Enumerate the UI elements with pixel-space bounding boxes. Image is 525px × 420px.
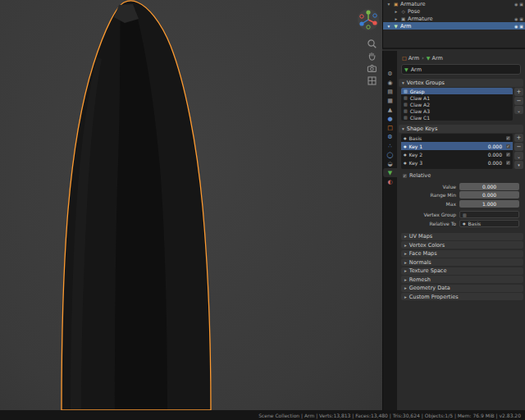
outliner-label: Arm (400, 23, 411, 30)
group-icon: ▥ (404, 102, 408, 107)
shapekey-icon: ● (404, 144, 407, 148)
vertex-group-name: Claw A3 (410, 108, 430, 114)
relative-toggle-row: Relative (403, 172, 525, 179)
tab-world[interactable]: ● (383, 114, 397, 123)
panel-label: Geometry Data (409, 285, 450, 291)
selected-mesh-object[interactable] (0, 0, 382, 410)
shapekey-icon: ● (404, 161, 407, 165)
remove-vertex-group-button[interactable] (514, 97, 523, 105)
tab-object-data[interactable]: ▼ (383, 168, 397, 177)
outliner-label: Armature (400, 1, 426, 7)
outliner-row-armature-data[interactable]: ▸ ▣ Armature ◉▣ (383, 15, 525, 22)
particles-icon: ∴ (388, 143, 391, 149)
panel-uv-maps[interactable]: UV Maps (401, 233, 523, 240)
zoom-icon[interactable] (367, 39, 377, 49)
shape-key-row[interactable]: ● Key 2 0.000 (401, 150, 513, 158)
vertex-group-row[interactable]: ▥ Grasp (401, 88, 513, 94)
shape-keys-header[interactable]: Shape Keys (399, 125, 523, 133)
perspective-toggle-icon[interactable] (367, 75, 377, 86)
armature-data-icon: ▣ (400, 16, 406, 21)
vertex-group-row[interactable]: ▥ Claw A2 (401, 101, 513, 107)
camera-view-icon[interactable] (367, 63, 377, 74)
tab-object[interactable]: □ (383, 123, 397, 132)
outliner-row-armature-object[interactable]: ▾ ▣ Armature ◉▣ (383, 0, 525, 7)
tab-output[interactable]: ▤ (383, 87, 397, 96)
shape-key-value: 0.000 (488, 160, 504, 166)
tab-view-layer[interactable]: ▦ (383, 96, 397, 105)
panel-normals[interactable]: Normals (401, 258, 523, 266)
shape-key-name: Key 1 (409, 144, 423, 149)
tab-particles[interactable]: ∴ (383, 141, 397, 150)
tab-modifiers[interactable]: ⚙ (383, 132, 397, 141)
outliner-row-pose[interactable]: ▸ ◇ Pose (383, 7, 525, 15)
panel-geometry-data[interactable]: Geometry Data (401, 285, 523, 292)
modifiers-icon: ⚙ (387, 134, 392, 140)
panel-texture-space[interactable]: Texture Space (401, 267, 523, 275)
shape-key-specials-menu[interactable] (514, 152, 523, 160)
expand-icon (402, 80, 404, 86)
shape-keys-list: ● Basis ● Key 1 0.000 ● Key 2 0.000 (401, 134, 513, 169)
panel-custom-properties[interactable]: Custom Properties (401, 293, 523, 300)
screen-icon: ▣ (519, 16, 523, 21)
vertex-group-field[interactable]: ▥ (459, 211, 519, 218)
shape-key-name: Key 2 (409, 152, 423, 158)
relative-to-label: Relative To (397, 221, 456, 226)
mesh-name-field[interactable]: ▼ Arm (401, 64, 521, 75)
range-max-label: Max (397, 201, 456, 207)
panel-label: Face Maps (409, 250, 437, 257)
panel-vertex-colors[interactable]: Vertex Colors (401, 241, 523, 249)
breadcrumb-object[interactable]: □ Arm (402, 55, 419, 62)
disclosure-icon[interactable]: ▾ (386, 24, 391, 29)
vertex-group-specials-menu[interactable] (514, 106, 523, 114)
relative-to-field[interactable]: ● Basis (459, 220, 519, 227)
relative-checkbox[interactable] (403, 174, 407, 178)
shape-key-mute-checkbox[interactable] (506, 136, 510, 140)
panel-label: Normals (409, 259, 431, 266)
add-vertex-group-button[interactable] (514, 88, 523, 96)
value-label: Value (397, 184, 456, 189)
shape-key-mute-checkbox[interactable] (506, 153, 510, 157)
3d-viewport[interactable] (0, 0, 382, 410)
shape-key-value: 0.000 (488, 152, 504, 158)
panel-face-maps[interactable]: Face Maps (401, 250, 523, 258)
eye-icon: ◉ (514, 16, 518, 21)
vertex-groups-header[interactable]: Vertex Groups (399, 79, 523, 87)
tab-scene[interactable]: ▲ (383, 105, 397, 114)
shape-key-row[interactable]: ● Key 1 0.000 (401, 142, 513, 150)
group-icon: ▥ (404, 115, 408, 120)
disclosure-icon[interactable]: ▸ (394, 9, 399, 14)
vertex-group-name: Claw C1 (410, 115, 430, 121)
collapse-icon (404, 242, 407, 249)
vertex-group-field-label: Vertex Group (397, 212, 456, 217)
remove-shape-key-button[interactable] (514, 143, 523, 151)
shape-key-row[interactable]: ● Key 3 0.000 (401, 158, 513, 167)
tab-material[interactable]: ◐ (383, 177, 397, 186)
shape-key-mute-checkbox[interactable] (506, 161, 510, 165)
vertex-group-row[interactable]: ▥ Claw C1 (401, 114, 513, 121)
vertex-group-row[interactable]: ▥ Claw A3 (401, 107, 513, 114)
disclosure-icon[interactable]: ▾ (386, 2, 391, 7)
vertex-group-row[interactable]: ▥ Claw A1 (401, 94, 513, 101)
outliner-row-arm-selected[interactable]: ▾ ▼ Arm ◉▣ (383, 22, 525, 30)
breadcrumb-data[interactable]: ▼ Arm (427, 55, 443, 62)
range-min-field[interactable]: 0.000 (459, 191, 519, 199)
navigation-gizmo[interactable] (357, 8, 380, 31)
shape-keys-title: Shape Keys (407, 126, 438, 132)
tab-constraints[interactable]: ◒ (383, 159, 397, 168)
pan-hand-icon[interactable] (367, 51, 377, 62)
shape-key-row[interactable]: ● Basis (401, 134, 513, 142)
range-min-label: Range Min (397, 192, 456, 198)
tab-render[interactable]: ◉ (383, 78, 397, 87)
move-shape-key-down-button[interactable] (514, 161, 523, 169)
physics-icon: ◯ (387, 152, 394, 158)
disclosure-icon[interactable]: ▸ (394, 16, 399, 21)
shape-key-value-slider[interactable]: 0.000 (459, 183, 519, 190)
vertex-group-name: Grasp (410, 89, 425, 94)
add-shape-key-button[interactable] (514, 134, 523, 142)
range-max-field[interactable]: 1.000 (459, 200, 519, 208)
shape-key-mute-checkbox[interactable] (506, 144, 510, 148)
panel-remesh[interactable]: Remesh (401, 276, 523, 283)
tab-physics[interactable]: ◯ (383, 150, 397, 159)
panel-label: Remesh (409, 276, 431, 283)
tab-tool[interactable]: ⚙ (383, 69, 397, 78)
